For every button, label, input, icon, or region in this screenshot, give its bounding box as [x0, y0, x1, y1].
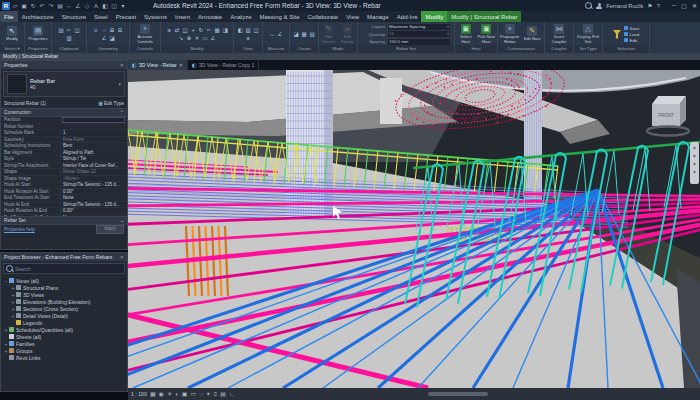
- cut-geometry-icon[interactable]: ∩: [101, 27, 108, 34]
- minimize-button[interactable]: ─: [672, 2, 676, 9]
- crop-view-icon[interactable]: ▣: [182, 389, 188, 399]
- unjoin-icon[interactable]: ⊟: [117, 27, 124, 34]
- param-value[interactable]: None: [60, 195, 127, 200]
- display-full-set-button[interactable]: △Display Full Set: [575, 24, 601, 44]
- insert-coupler-button[interactable]: ⋈Insert Coupler: [546, 24, 572, 44]
- array-icon[interactable]: ▦: [214, 27, 221, 34]
- cope-icon[interactable]: ∪: [93, 27, 100, 34]
- edit-bars-button[interactable]: ✎Edit Bars: [522, 26, 544, 42]
- filter-icon[interactable]: [612, 30, 621, 39]
- tree-item-families[interactable]: +Families: [1, 340, 127, 347]
- tab-architecture[interactable]: Architecture: [18, 11, 58, 22]
- edit-selection-button[interactable]: Edit: [624, 38, 639, 43]
- modify-tool-button[interactable]: ↖Modify: [1, 26, 23, 42]
- selection-filter-label[interactable]: Structural Rebar (1): [4, 101, 46, 106]
- select-host-button[interactable]: ▣Select Host: [456, 24, 476, 44]
- save-selection-button[interactable]: Save: [624, 26, 639, 31]
- tab-add-ins[interactable]: Add-Ins: [393, 11, 422, 22]
- edit-family-button[interactable]: ▱Edit Family: [339, 24, 357, 44]
- temporary-hide-icon[interactable]: ◌: [199, 389, 203, 399]
- undo-icon[interactable]: ↶: [38, 2, 46, 10]
- match-type-icon[interactable]: ▥: [66, 35, 73, 42]
- shadows-icon[interactable]: ◐: [175, 389, 179, 399]
- default-3d-icon[interactable]: ◧: [237, 27, 244, 34]
- param-value[interactable]: 0.00°: [60, 208, 127, 213]
- param-value[interactable]: Bent: [60, 143, 127, 148]
- crop-region-icon[interactable]: ▭: [190, 389, 196, 399]
- param-value[interactable]: Interior Face of Cover Ref...: [60, 163, 127, 168]
- copy-icon[interactable]: ◨: [222, 27, 229, 34]
- param-value[interactable]: None: [60, 215, 127, 216]
- reveal-hidden-icon[interactable]: ✦: [206, 389, 211, 399]
- tab-insert[interactable]: Insert: [171, 11, 194, 22]
- wall-joins-icon[interactable]: ◪: [109, 35, 116, 42]
- beam-joins-icon[interactable]: ∠: [101, 35, 108, 42]
- tab-annotate[interactable]: Annotate: [194, 11, 226, 22]
- tab-file[interactable]: File: [0, 11, 18, 22]
- properties-help-link[interactable]: Properties help: [4, 227, 35, 232]
- section-icon[interactable]: ◫: [110, 2, 118, 10]
- sync-icon[interactable]: ↻: [29, 2, 37, 10]
- param-value[interactable]: Rebar Shape 12: [60, 169, 127, 174]
- move-icon[interactable]: +: [190, 27, 197, 34]
- create-group-icon[interactable]: ◪: [293, 31, 300, 38]
- mirror-icon[interactable]: ◫: [182, 27, 189, 34]
- param-value[interactable]: Aligned to Path: [60, 150, 127, 155]
- offset-icon[interactable]: ⇄: [174, 27, 181, 34]
- tab-manage[interactable]: Manage: [363, 11, 393, 22]
- model-canvas-3d-view[interactable]: FRONT: [128, 70, 700, 388]
- redo-icon[interactable]: ↷: [47, 2, 55, 10]
- view-tab-3d-view-rebar[interactable]: ◧3D View - Rebar✕: [128, 60, 188, 70]
- show-constraints-icon[interactable]: ∟: [229, 389, 235, 399]
- propagate-rebar-button[interactable]: »Propagate Rebar: [499, 24, 521, 44]
- tree-item-sections-cross-section[interactable]: +Sections (Cross Section): [1, 305, 127, 312]
- worksharing-display-icon[interactable]: ≡: [214, 389, 218, 399]
- help-icon[interactable]: ?: [657, 3, 660, 9]
- search-input[interactable]: [15, 266, 122, 272]
- expand-icon[interactable]: ⌄: [120, 217, 124, 224]
- measure-between-icon[interactable]: ↔: [269, 31, 276, 38]
- tree-item-groups[interactable]: +Groups: [1, 347, 127, 354]
- tab-collaborate[interactable]: Collaborate: [304, 11, 343, 22]
- tab-precast[interactable]: Precast: [112, 11, 140, 22]
- detail-level-icon[interactable]: ▦: [150, 389, 156, 399]
- browser-search[interactable]: [3, 263, 125, 274]
- param-value[interactable]: 0.00°: [60, 189, 127, 194]
- collapse-icon[interactable]: ⌃: [120, 109, 124, 116]
- search-icon[interactable]: [585, 2, 592, 9]
- tab-modify-structural-rebar[interactable]: Modify | Structural Rebar: [447, 11, 521, 22]
- close-icon[interactable]: ✕: [120, 253, 124, 261]
- tab-massing-site[interactable]: Massing & Site: [255, 11, 303, 22]
- param-value[interactable]: Stirrup/Tie Seismic - 135 d...: [60, 202, 127, 207]
- section-construction[interactable]: Construction ⌃: [1, 108, 127, 117]
- rotate-icon[interactable]: ↻: [198, 27, 205, 34]
- param-value[interactable]: Stirrup / Tie: [60, 156, 127, 161]
- tree-item-sheets-all[interactable]: Sheets (all): [1, 333, 127, 340]
- section-rebar-set[interactable]: Rebar Set ⌄: [1, 216, 127, 225]
- trim-icon[interactable]: ✂: [206, 27, 213, 34]
- chevron-down-icon[interactable]: ▾: [118, 81, 124, 87]
- temporary-view-properties-icon[interactable]: ▤: [220, 389, 226, 399]
- cut-icon[interactable]: ✂: [66, 27, 73, 34]
- tab-steel[interactable]: Steel: [90, 11, 112, 22]
- text-icon[interactable]: A: [92, 2, 100, 10]
- pin-icon[interactable]: ⊕: [186, 35, 193, 42]
- aligned-dimension-icon[interactable]: ∠: [74, 2, 82, 10]
- tree-item-schedules-quantities-all[interactable]: +Schedules/Quantities (all): [1, 326, 127, 333]
- save-icon[interactable]: ▣: [20, 2, 28, 10]
- maximize-button[interactable]: ▢: [681, 2, 687, 9]
- tab-analyze[interactable]: Analyze: [226, 11, 255, 22]
- hide-icon[interactable]: ≡: [245, 35, 252, 42]
- tab-view[interactable]: View: [342, 11, 363, 22]
- print-icon[interactable]: ▤: [56, 2, 64, 10]
- application-menu-icon[interactable]: R: [2, 2, 10, 10]
- param-value[interactable]: 1: [60, 130, 127, 135]
- app-store-icon[interactable]: ⚑: [647, 2, 652, 9]
- horizontal-scrollbar[interactable]: [428, 392, 488, 396]
- tag-icon[interactable]: ◇: [83, 2, 91, 10]
- tree-item-revit-links[interactable]: Revit Links: [1, 354, 127, 361]
- tree-item-detail-views-detail[interactable]: +Detail Views (Detail): [1, 312, 127, 319]
- section-box-icon[interactable]: ▥: [245, 27, 252, 34]
- edit-sketch-button[interactable]: ✎Edit Sketch: [320, 24, 338, 44]
- scale-icon[interactable]: ↘: [178, 35, 185, 42]
